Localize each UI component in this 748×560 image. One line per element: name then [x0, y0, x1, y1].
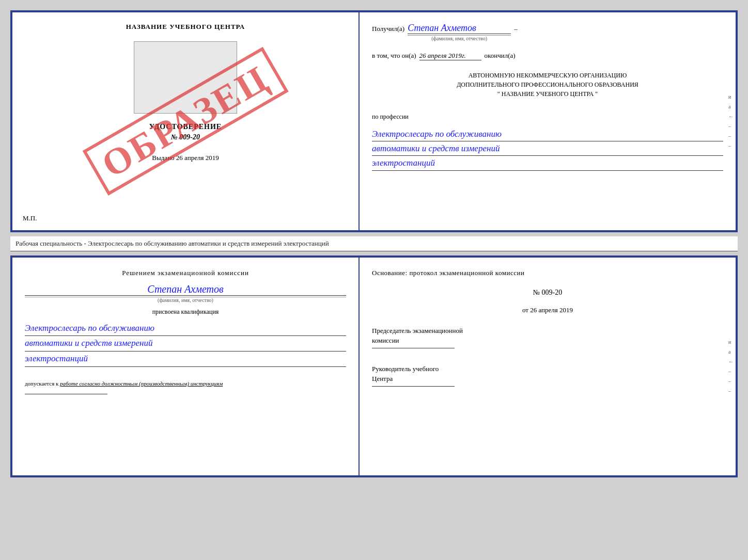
kvalif-line2: автоматики и средств измерений — [25, 336, 346, 351]
profession-line1: Электрослесарь по обслуживанию — [372, 127, 723, 141]
predsedatel-sign-line — [372, 348, 455, 348]
prisvoena-label: присвоена квалификация — [25, 308, 346, 316]
mp-label: М.П. — [23, 214, 37, 222]
kvalif-line3: электростанций — [25, 351, 346, 367]
dopusk-text: работе согласно должностным (производств… — [60, 380, 223, 387]
vydano-label: Выдано — [152, 154, 174, 162]
org-line3: " НАЗВАНИЕ УЧЕБНОГО ЦЕНТРА " — [372, 89, 723, 99]
vydano-line: Выдано 26 апреля 2019 — [152, 154, 219, 162]
profession-block: Электрослесарь по обслуживанию автоматик… — [372, 127, 723, 171]
protocol-number: № 009-20 — [372, 289, 723, 297]
org-block: АВТОНОМНУЮ НЕКОММЕРЧЕСКУЮ ОРГАНИЗАЦИЮ ДО… — [372, 71, 723, 99]
kvalif-line1: Электрослесарь по обслуживанию — [25, 321, 346, 337]
rukovoditel-line1: Руководитель учебного — [372, 364, 723, 374]
page-container: НАЗВАНИЕ УЧЕБНОГО ЦЕНТРА УДОСТОВЕРЕНИЕ №… — [10, 10, 738, 477]
vydano-date: 26 апреля 2019 — [176, 154, 219, 162]
vtom-label: в том, что он(а) — [372, 52, 416, 60]
rukovoditel-sign-line — [372, 386, 455, 387]
middle-label: Рабочая специальность - Электрослесарь п… — [10, 236, 738, 251]
qualification-block: Электрослесарь по обслуживанию автоматик… — [25, 321, 346, 367]
rukovoditel-block: Руководитель учебного Центра — [372, 364, 723, 387]
bottom-document: Решением экзаменационной комиссии Степан… — [10, 255, 738, 477]
dopusk-block: допускается к работе согласно должностны… — [25, 380, 346, 387]
po-professii-label: по профессии — [372, 113, 723, 121]
profession-line3: электростанций — [372, 156, 723, 170]
school-name-top: НАЗВАНИЕ УЧЕБНОГО ЦЕНТРА — [126, 23, 245, 31]
cert-number: № 009-20 — [171, 133, 200, 141]
profession-line2: автоматики и средств измерений — [372, 141, 723, 156]
number-prefix: № — [533, 289, 540, 296]
osnov-title: Основание: протокол экзаменационной коми… — [372, 268, 723, 278]
protocol-num-value: 009-20 — [542, 289, 563, 296]
protocol-date: от 26 апреля 2019 — [372, 306, 723, 314]
side-marks-top: и а ← – – – — [728, 94, 734, 149]
recipient-name: Степан Ахметов — [408, 23, 511, 34]
okonchil-label: окончил(а) — [485, 52, 516, 60]
udostoverenie-label: УДОСТОВЕРЕНИЕ — [149, 123, 222, 131]
photo-placeholder — [134, 41, 237, 114]
recipient-name-block: Степан Ахметов (фамилия, имя, отчество) — [408, 23, 511, 41]
side-marks-bottom: и а ← – – – — [728, 339, 734, 394]
fio-label-bottom: (фамилия, имя, отчество) — [25, 297, 346, 303]
protocol-date-value: 26 апреля 2019 — [530, 306, 573, 314]
bottom-left-panel: Решением экзаменационной комиссии Степан… — [12, 258, 360, 475]
date-prefix: от — [522, 306, 528, 314]
completion-date: 26 апреля 2019г. — [419, 52, 481, 60]
org-line1: АВТОНОМНУЮ НЕКОММЕРЧЕСКУЮ ОРГАНИЗАЦИЮ — [372, 71, 723, 80]
org-line2: ДОПОЛНИТЕЛЬНОГО ПРОФЕССИОНАЛЬНОГО ОБРАЗО… — [372, 80, 723, 89]
person-name-block: Степан Ахметов (фамилия, имя, отчество) — [25, 283, 346, 303]
bottom-right-panel: Основание: протокол экзаменационной коми… — [360, 258, 736, 475]
dopusk-prefix: допускается к — [25, 380, 58, 387]
fio-label-top: (фамилия, имя, отчество) — [408, 35, 511, 41]
person-name-bottom: Степан Ахметов — [25, 283, 346, 296]
predsedatel-line2: комиссии — [372, 335, 723, 346]
sign-line-bottom — [25, 394, 107, 394]
top-right-panel: Получил(а) Степан Ахметов (фамилия, имя,… — [360, 12, 736, 230]
predsedatel-line1: Председатель экзаменационной — [372, 326, 723, 336]
poluchil-label: Получил(а) — [372, 25, 404, 33]
predsedatel-block: Председатель экзаменационной комиссии — [372, 326, 723, 348]
resheniyem-title: Решением экзаменационной комиссии — [25, 268, 346, 278]
top-document: НАЗВАНИЕ УЧЕБНОГО ЦЕНТРА УДОСТОВЕРЕНИЕ №… — [10, 10, 738, 232]
vtom-row: в том, что он(а) 26 апреля 2019г. окончи… — [372, 52, 723, 60]
top-left-panel: НАЗВАНИЕ УЧЕБНОГО ЦЕНТРА УДОСТОВЕРЕНИЕ №… — [12, 12, 360, 230]
rukovoditel-line2: Центра — [372, 374, 723, 384]
poluchil-row: Получил(а) Степан Ахметов (фамилия, имя,… — [372, 23, 723, 41]
